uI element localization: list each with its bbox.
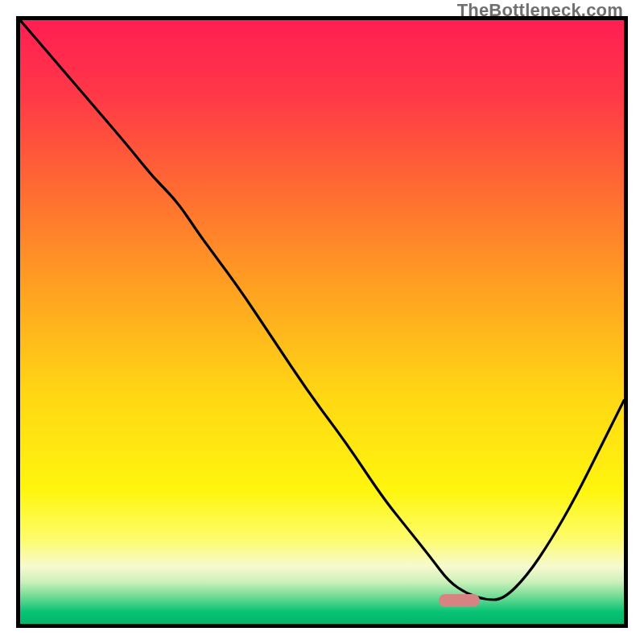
chart-curve xyxy=(20,20,624,624)
chart-frame xyxy=(16,16,628,628)
optimal-point-marker xyxy=(439,594,480,608)
